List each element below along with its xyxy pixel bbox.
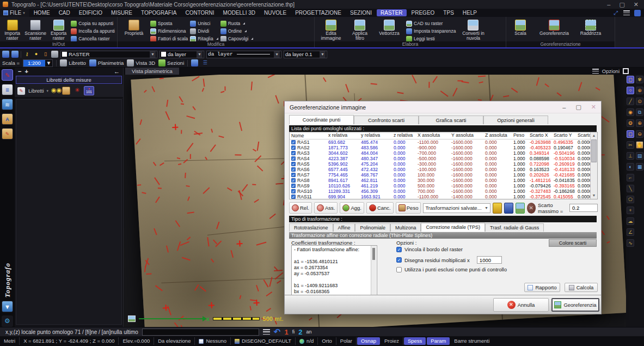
scroll-up-icon[interactable]: ▲ <box>591 132 597 139</box>
libretto-button[interactable]: Libretto <box>60 59 86 66</box>
coefficients-text[interactable]: - Fattori trasformazione affine: a1 = -1… <box>291 245 377 298</box>
viewport-layout-icon[interactable]: ☰ <box>201 59 208 66</box>
snap-quadrant-icon[interactable]: ◻ <box>627 130 634 138</box>
annotation-panel-icon[interactable]: A <box>2 113 13 125</box>
toolbars-menu[interactable]: Barre strumenti <box>450 337 493 345</box>
row-checkbox[interactable]: ✓ <box>291 140 296 144</box>
libretti-tree[interactable] <box>16 99 122 325</box>
viewport-split-icon[interactable] <box>191 59 198 66</box>
cloud-tool-icon[interactable]: ☁ <box>627 217 634 225</box>
table-row[interactable]: ✓RAS55396.902475.2040.000-300.000-1600.0… <box>290 161 597 167</box>
row-checkbox[interactable]: ✓ <box>291 167 296 172</box>
menu-item-cad[interactable]: CAD <box>55 9 74 16</box>
close-icon[interactable]: ✕ <box>634 1 639 8</box>
row-checkbox[interactable]: ✓ <box>291 195 296 199</box>
checkbox-checked-icon[interactable]: ✓ <box>396 247 402 252</box>
raddrizza-button[interactable]: Raddrizza <box>576 19 605 36</box>
ridimensiona-button[interactable]: Ridimensiona <box>150 28 188 34</box>
option-vincola-bordo[interactable]: ✓ Vincola il bordo del raster <box>396 246 463 252</box>
table-row[interactable]: ✓RAS88941.617462.8110.000300.000-1600.00… <box>290 178 597 183</box>
zoom-previous-icon[interactable]: ⧉ <box>636 108 643 116</box>
menu-item-tps[interactable]: TPS <box>439 9 457 16</box>
table-row[interactable]: ✓RAS66577.445472.4320.000-100.000-1600.0… <box>290 167 597 172</box>
delete-point-button[interactable]: Canc. <box>366 202 394 214</box>
menu-item-topografia[interactable]: TOPOGRAFIA <box>137 9 180 16</box>
menu-item-sezioni[interactable]: SEZIONI <box>346 9 376 16</box>
row-checkbox[interactable]: ✓ <box>291 173 296 177</box>
converti-in-nuvola-button[interactable]: Converti in nuvola <box>458 19 488 41</box>
open-transformation-icon[interactable] <box>493 203 502 214</box>
table-row[interactable]: ✓RAS11699.9041663.9210.000-1100.000-1400… <box>290 194 597 199</box>
style-indicator[interactable]: Nessuno <box>195 337 231 345</box>
expand-arrows-icon[interactable]: ⤢ <box>612 10 619 16</box>
menu-item-pregeo[interactable]: PREGEO <box>408 9 439 16</box>
polygon-tool-icon[interactable]: ⬠ <box>627 196 634 203</box>
toggle-polar[interactable]: Polar <box>336 337 357 345</box>
discard-icon[interactable]: ✕ <box>527 203 536 214</box>
zoom-extents-icon[interactable]: ⊕ <box>636 87 643 94</box>
coefficients-scrollbar[interactable] <box>371 246 376 297</box>
row-checkbox[interactable]: ✓ <box>291 156 296 161</box>
line-tool-icon[interactable]: ╲ <box>627 185 634 192</box>
table-scrollbar[interactable]: ▲ ▼ <box>590 132 597 199</box>
panel-back-icon[interactable]: ← <box>114 68 120 75</box>
pan-hand-icon[interactable]: ✋ <box>636 141 643 149</box>
georeferenzia-ribbon-button[interactable]: Georeferenzia <box>535 19 574 36</box>
tab-correzione-radiale-tps[interactable]: Correzione radiale (TPS) <box>421 223 485 232</box>
libretti-panel-icon[interactable]: ✎ <box>2 69 13 81</box>
copia-su-appunti-button[interactable]: Copia su appunti <box>71 20 115 27</box>
edit-book-icon[interactable] <box>62 87 70 95</box>
hint-1[interactable]: 1 <box>284 328 288 336</box>
menu-item-edificio[interactable]: EDIFICIO <box>75 9 106 16</box>
dialog-title-bar[interactable]: Georeferenziazione immagine – ▢ ✕ <box>285 101 601 113</box>
code-101-toggle[interactable]: •101 <box>84 86 94 95</box>
table-row[interactable]: ✓RAS21871.773483.5860.000-900.000-1600.0… <box>290 145 597 150</box>
menu-item-nuvole[interactable]: NUVOLE <box>260 9 290 16</box>
redraw-icon[interactable]: ✾ <box>636 76 643 83</box>
options-menu-icon[interactable] <box>592 69 599 74</box>
sezioni-button[interactable]: Sezioni <box>158 59 184 66</box>
table-row[interactable]: ✓RAS33044.602484.0040.000-700.000-1600.0… <box>290 150 597 156</box>
tab-multizona[interactable]: Multizona <box>390 223 421 232</box>
layer-plot-icon[interactable] <box>51 51 58 58</box>
tab-grafica-scarti[interactable]: Grafica scarti <box>419 116 483 124</box>
linetype-combo[interactable]: da layer ▼ <box>206 51 281 58</box>
command-input[interactable] <box>142 329 259 336</box>
edita-immagine-button[interactable]: Edita immagine <box>317 19 345 41</box>
vista-3d-button[interactable]: Vista 3D <box>127 59 155 66</box>
layers-panel-icon[interactable]: ≋ <box>2 99 13 110</box>
toggle-proiez[interactable]: Proiez <box>381 337 403 345</box>
menu-item-home[interactable]: HOME <box>30 9 54 16</box>
zoom-in-icon[interactable]: ⊕ <box>636 119 643 127</box>
minimize-icon[interactable]: – <box>607 1 610 8</box>
menu-item-modelli-3d[interactable]: MODELLI 3D <box>219 9 259 16</box>
menu-item-misure[interactable]: MISURE <box>107 9 136 16</box>
tab-rototraslazione[interactable]: Rototraslazione <box>289 223 333 232</box>
row-checkbox[interactable]: ✓ <box>291 189 296 193</box>
row-checkbox[interactable]: ✓ <box>291 162 296 166</box>
snap-tangent-icon[interactable]: ◐ <box>627 163 634 171</box>
save-transformation-icon[interactable] <box>504 203 513 214</box>
dialog-close-icon[interactable]: ✕ <box>591 104 596 111</box>
settings-gear-icon[interactable]: ⚙ <box>2 315 13 327</box>
rapporto-button[interactable]: Rapporto <box>524 283 560 292</box>
scale-input[interactable]: 1:200 ▼ <box>23 59 53 67</box>
sketch-panel-icon[interactable]: ✎ <box>2 128 13 139</box>
tab-affine[interactable]: Affine <box>333 223 355 232</box>
row-checkbox[interactable]: ✓ <box>291 184 296 188</box>
tab-coordinate-punti[interactable]: Coordinate punti <box>289 115 354 124</box>
calcola-button[interactable]: Calcola <box>565 283 598 292</box>
toggle-param[interactable]: Param <box>427 337 450 345</box>
table-row[interactable]: ✓RAS44223.387480.3470.000-500.000-1600.0… <box>290 156 597 161</box>
saved-transformations-combo[interactable]: Trasformazioni salvate...▼ <box>423 203 490 213</box>
incolla-da-appunti-button[interactable]: Incolla da appunti <box>71 28 115 34</box>
bulbs-icon[interactable]: ◉◉ <box>51 87 59 95</box>
snap-node-icon[interactable]: ❂ <box>627 119 634 127</box>
snap-intersection-icon[interactable]: ✂ <box>627 141 634 149</box>
options-label[interactable]: Opzioni <box>602 68 620 74</box>
layer-unlock-icon[interactable]: ▯ <box>42 51 49 58</box>
scroll-down-icon[interactable]: ▼ <box>591 192 597 199</box>
maximize-icon[interactable]: ▢ <box>619 1 624 8</box>
panel-collapse-button[interactable]: − <box>18 68 21 75</box>
imposta-trasparenza-button[interactable]: Imposta trasparenza <box>406 28 456 34</box>
